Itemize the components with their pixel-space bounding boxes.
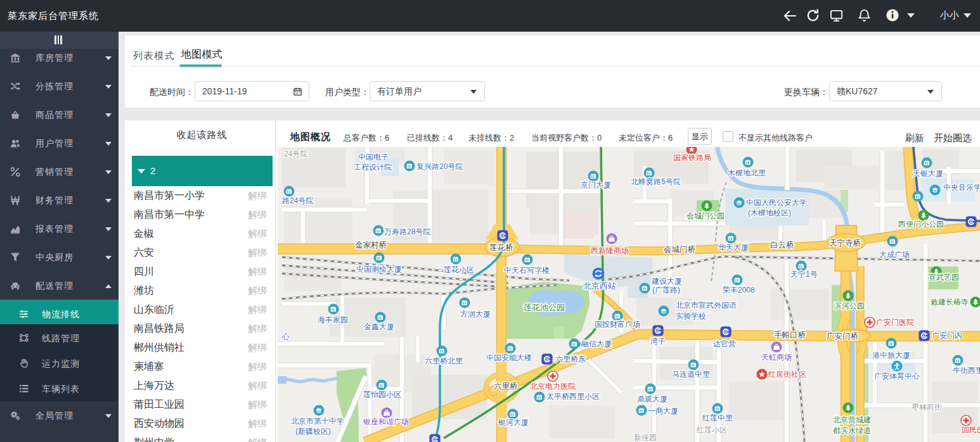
- svg-text:实验学校: 实验学校: [676, 312, 706, 320]
- svg-text:红居街社区: 红居街社区: [768, 370, 806, 379]
- svg-text:牛街西里: 牛街西里: [953, 366, 980, 375]
- svg-text:红莲中里: 红莲中里: [702, 414, 733, 422]
- svg-text:六里桥北里: 六里桥北里: [425, 357, 463, 365]
- svg-text:莲怡园小区: 莲怡园小区: [363, 390, 401, 399]
- svg-text:木樨地北里: 木樨地北里: [727, 168, 766, 177]
- svg-text:达官营: 达官营: [713, 339, 736, 348]
- svg-text:万寿路28号院: 万寿路28号院: [384, 227, 430, 236]
- svg-text:(新疆校区): (新疆校区): [295, 427, 331, 436]
- svg-text:金鑫大厦: 金鑫大厦: [363, 322, 394, 331]
- svg-text:中国人民公安大学: 中国人民公安大学: [746, 198, 807, 207]
- svg-text:一商大厦: 一商大厦: [648, 407, 678, 415]
- svg-text:莲花桥: 莲花桥: [489, 243, 513, 252]
- svg-text:天宁寺桥: 天宁寺桥: [829, 239, 861, 248]
- svg-text:宣武艺园: 宣武艺园: [929, 273, 959, 282]
- svg-text:六里桥东: 六里桥东: [555, 355, 586, 363]
- svg-text:北京市第十中学: 北京市第十中学: [291, 417, 344, 426]
- svg-text:北京营城建: 北京营城建: [833, 415, 871, 424]
- svg-text:新佳园: 新佳园: [634, 433, 657, 442]
- svg-text:都滨水绿道: 都滨水绿道: [832, 426, 871, 435]
- svg-text:路24号院: 路24号院: [282, 196, 313, 205]
- svg-text:大成广场: 大成广场: [879, 250, 910, 259]
- svg-text:广安门内: 广安门内: [932, 331, 962, 340]
- svg-text:中国安能大楼: 中国安能大楼: [486, 353, 532, 362]
- svg-text:红莲小区: 红莲小区: [696, 426, 727, 434]
- svg-text:莲花小区: 莲花小区: [444, 265, 474, 274]
- svg-text:北京市宣武外国语: 北京市宣武外国语: [676, 301, 737, 310]
- svg-text:西新隆商场: 西新隆商场: [591, 246, 629, 255]
- svg-text:金家村桥: 金家村桥: [355, 241, 387, 249]
- svg-text:天宁1号: 天宁1号: [790, 270, 818, 279]
- svg-text:荣丰2008: 荣丰2008: [723, 286, 755, 294]
- svg-text:枣林前街: 枣林前街: [912, 403, 942, 412]
- svg-text:中国电子: 中国电子: [358, 153, 389, 161]
- svg-text:手帕口桥: 手帕口桥: [774, 331, 806, 339]
- svg-text:(广莲路): (广莲路): [652, 286, 680, 294]
- svg-text:(木樨地校区): (木樨地校区): [748, 208, 791, 217]
- svg-text:银座和谐广场: 银座和谐广场: [363, 417, 409, 426]
- svg-text:会城门桥: 会城门桥: [664, 245, 696, 254]
- svg-text:鼎观大厦: 鼎观大厦: [637, 395, 667, 403]
- svg-text:国家铁路局: 国家铁路局: [673, 153, 711, 162]
- svg-text:融信大厦: 融信大厦: [581, 339, 612, 348]
- svg-text:莲花池公园: 莲花池公园: [524, 303, 565, 312]
- svg-text:天虹商场: 天虹商场: [761, 353, 792, 362]
- svg-text:复兴路20号院: 复兴路20号院: [416, 162, 463, 171]
- svg-text:广安体育中心: 广安体育中心: [874, 372, 920, 381]
- svg-text:北京西站: 北京西站: [583, 281, 616, 291]
- svg-text:港中旅大厦: 港中旅大厦: [872, 351, 910, 360]
- svg-text:中央音乐学院: 中央音乐学院: [943, 183, 980, 192]
- svg-text:回民医院: 回民医院: [962, 426, 980, 434]
- svg-text:国投财富广场: 国投财富广场: [595, 320, 640, 329]
- svg-text:北蜂窝路5号院: 北蜂窝路5号院: [631, 177, 681, 186]
- svg-text:建设大厦: 建设大厦: [651, 277, 682, 286]
- svg-text:心: 心: [281, 332, 290, 341]
- svg-text:会城门公园: 会城门公园: [687, 212, 725, 220]
- svg-text:京门大厦: 京门大厦: [581, 180, 611, 189]
- svg-text:方润大厦: 方润大厦: [460, 310, 491, 319]
- svg-text:敕建长椿寺: 敕建长椿寺: [931, 298, 969, 306]
- svg-text:西便门小公园: 西便门小公园: [898, 220, 944, 229]
- svg-text:滨河公园: 滨河公园: [834, 301, 865, 310]
- svg-text:广安门医院: 广安门医院: [876, 318, 914, 327]
- svg-text:中天石写字楼: 中天石写字楼: [504, 266, 550, 275]
- svg-text:海丰家园: 海丰家园: [318, 315, 348, 324]
- svg-text:24号院: 24号院: [284, 149, 307, 158]
- svg-text:工程设计院: 工程设计院: [354, 163, 392, 172]
- svg-text:马连道中里: 马连道中里: [672, 370, 711, 379]
- svg-text:中国测绘大厦: 中国测绘大厦: [356, 265, 402, 274]
- svg-text:华天大厦: 华天大厦: [718, 243, 749, 252]
- svg-text:天银大厦: 天银大厦: [913, 169, 943, 178]
- svg-text:银河大厦: 银河大厦: [498, 418, 529, 427]
- svg-text:北京电力医院: 北京电力医院: [530, 382, 576, 391]
- svg-text:太平桥西里小区: 太平桥西里小区: [546, 392, 600, 401]
- svg-text:六里桥: 六里桥: [494, 382, 518, 391]
- svg-text:湾子: 湾子: [650, 337, 666, 346]
- svg-text:广安门桥: 广安门桥: [827, 332, 859, 341]
- svg-text:白云桥: 白云桥: [770, 241, 794, 249]
